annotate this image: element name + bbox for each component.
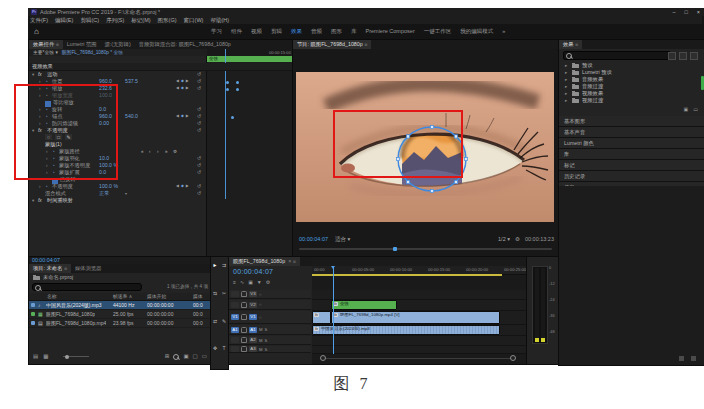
zoom-level-select[interactable]: 适合 ▾	[335, 234, 350, 244]
ec-row-不透明度[interactable]: ›◔不透明度100.0 %◀◆▶↺	[29, 183, 292, 190]
track-lane-A2[interactable]	[312, 336, 526, 346]
keyframe-dot[interactable]	[226, 88, 229, 91]
razor-tool[interactable]: ✂	[221, 290, 227, 296]
panel-resize-icon[interactable]	[679, 356, 684, 361]
track-header-A3[interactable]: A3MS	[229, 346, 311, 353]
horizontal-scrollbar[interactable]	[322, 358, 512, 359]
snap-button[interactable]: ∿	[240, 279, 244, 285]
mute-icon[interactable]: M	[259, 338, 263, 343]
delete-button[interactable]: ▭	[693, 106, 698, 112]
source-patch[interactable]	[231, 346, 239, 352]
linked-selection-button[interactable]: ▣	[248, 279, 253, 285]
track-mask-back-icon[interactable]: «	[141, 148, 144, 155]
source-patch[interactable]	[231, 291, 239, 297]
workspace-tab[interactable]: 学习	[211, 24, 222, 39]
selection-tool[interactable]: ►	[212, 262, 218, 268]
workspace-tab[interactable]: 我的编辑模式	[460, 24, 493, 39]
ec-row-运动[interactable]: ▾fx运动↺	[29, 71, 292, 78]
add-keyframe-icon[interactable]: ◆	[181, 78, 184, 85]
prev-keyframe-icon[interactable]: ◀	[176, 78, 179, 85]
stopwatch-icon[interactable]: ◔	[45, 183, 48, 190]
column-header[interactable]: 帧速率 ∧	[113, 293, 132, 300]
ec-row-混合模式[interactable]: 混合模式正常▾↺	[29, 190, 292, 197]
twirl-icon[interactable]: ▾	[32, 197, 34, 204]
panel-menu-icon[interactable]: ≡	[364, 41, 367, 47]
workspace-tab[interactable]: 效果	[291, 24, 302, 39]
maximize-button[interactable]: □	[684, 8, 687, 16]
prev-keyframe-icon[interactable]: ◀	[176, 85, 179, 92]
new-custom-bin-button[interactable]: ▣	[684, 106, 689, 112]
add-keyframe-icon[interactable]: ◆	[181, 183, 184, 190]
program-timecode[interactable]: 00:00:04:07	[299, 234, 328, 244]
next-keyframe-icon[interactable]: ▶	[186, 183, 189, 190]
source-patch[interactable]: V1	[231, 314, 239, 320]
track-header-A1[interactable]: A1A1MS	[229, 325, 311, 335]
prev-keyframe-icon[interactable]: ◀	[176, 183, 179, 190]
master-clip-selector[interactable]: 主要*全蚀 ▾	[33, 50, 58, 55]
reset-icon[interactable]: ↺	[197, 162, 201, 169]
workspace-tab[interactable]: 一键工作区	[424, 24, 452, 39]
reset-icon[interactable]: ↺	[197, 127, 201, 134]
twirl-icon[interactable]: ▸	[565, 62, 567, 69]
add-keyframe-icon[interactable]: ◆	[181, 113, 184, 120]
timeline-clip[interactable]: fx	[312, 311, 331, 324]
toggle-output-icon[interactable]: ○	[259, 292, 262, 297]
track-mask-forward-icon[interactable]: »	[165, 148, 168, 155]
twirl-icon[interactable]: ▾	[32, 71, 34, 78]
timeline-clip[interactable]: fx眼图FL_7698d_1080p.mp4 [V]	[331, 311, 500, 324]
new-item-button[interactable]: ▢	[193, 352, 198, 361]
lock-icon[interactable]	[241, 314, 247, 320]
panel-menu-icon[interactable]: ≡	[62, 265, 67, 271]
property-value[interactable]: 100.0 %	[99, 183, 118, 190]
collapsed-panel-tab[interactable]: 历史记录	[559, 171, 704, 182]
effects-bin[interactable]: ▸音频过渡	[559, 83, 704, 90]
keyframe-dot[interactable]	[236, 81, 239, 84]
ec-row-时间重映射[interactable]: ▾fx时间重映射	[29, 197, 292, 204]
slip-tool[interactable]: ⇄	[212, 318, 218, 324]
effects-bin[interactable]: ▸视频过渡	[559, 97, 704, 104]
blend-mode-value[interactable]: 正常	[99, 190, 109, 197]
panel-tab[interactable]: 媒体浏览器	[71, 264, 105, 273]
reset-icon[interactable]: ↺	[197, 155, 201, 162]
reset-icon[interactable]: ↺	[197, 85, 201, 92]
effects-bin[interactable]: ▸Lumetri 预设	[559, 69, 704, 76]
settings-wrench-icon[interactable]: ⚙	[515, 234, 520, 244]
twirl-icon[interactable]: ▸	[565, 69, 567, 76]
solo-icon[interactable]: S	[265, 327, 268, 332]
project-bin-path[interactable]: 未命名.prproj	[33, 274, 73, 281]
track-header-V3[interactable]: V3○	[229, 290, 311, 299]
reset-icon[interactable]: ↺	[197, 71, 201, 78]
media-item-row[interactable]: ♪中国风音乐(2024版).mp344100 Hz00:00:00:0000:0	[29, 301, 210, 310]
pen-tool[interactable]: ✎	[221, 318, 227, 324]
source-patch[interactable]: A1	[231, 327, 239, 333]
source-patch[interactable]	[231, 337, 239, 343]
solo-icon[interactable]: S	[265, 347, 268, 352]
close-button[interactable]: ×	[697, 8, 700, 16]
zoom-handle-right[interactable]	[510, 355, 516, 361]
home-icon[interactable]: ⌂	[34, 26, 39, 37]
workspace-tab[interactable]: 剪辑	[271, 24, 282, 39]
prev-frame-icon[interactable]: ‹	[149, 148, 151, 155]
menu-item[interactable]: 文件(F)	[30, 16, 48, 24]
menu-item[interactable]: 剪辑(C)	[80, 16, 99, 24]
column-header[interactable]: 名称	[47, 293, 57, 300]
panel-tab[interactable]: 项目: 未命名 ≡	[29, 264, 71, 273]
workspace-tab[interactable]: 图形	[331, 24, 342, 39]
track-header-V2[interactable]: V2○	[229, 300, 311, 310]
prev-keyframe-icon[interactable]: ◀	[176, 113, 179, 120]
effects-bin[interactable]: ▸视频效果	[559, 90, 704, 97]
workspace-tab[interactable]: 组件	[231, 24, 242, 39]
effects-bin[interactable]: ▸音频效果	[559, 76, 704, 83]
track-select-tool[interactable]: ⇉	[221, 262, 227, 268]
reset-icon[interactable]: ↺	[197, 106, 201, 113]
workspace-overflow-chevron[interactable]: »	[502, 24, 505, 39]
minimize-button[interactable]: –	[672, 8, 675, 16]
next-frame-icon[interactable]: ›	[157, 148, 159, 155]
work-area-bar[interactable]	[312, 274, 502, 276]
twirl-icon[interactable]: ▸	[565, 76, 567, 83]
mute-icon[interactable]: M	[259, 347, 263, 352]
find-button[interactable]	[173, 354, 179, 360]
toggle-output-icon[interactable]: ○	[259, 315, 262, 320]
lock-icon[interactable]	[241, 337, 247, 343]
keyframe-dot[interactable]	[231, 116, 234, 119]
